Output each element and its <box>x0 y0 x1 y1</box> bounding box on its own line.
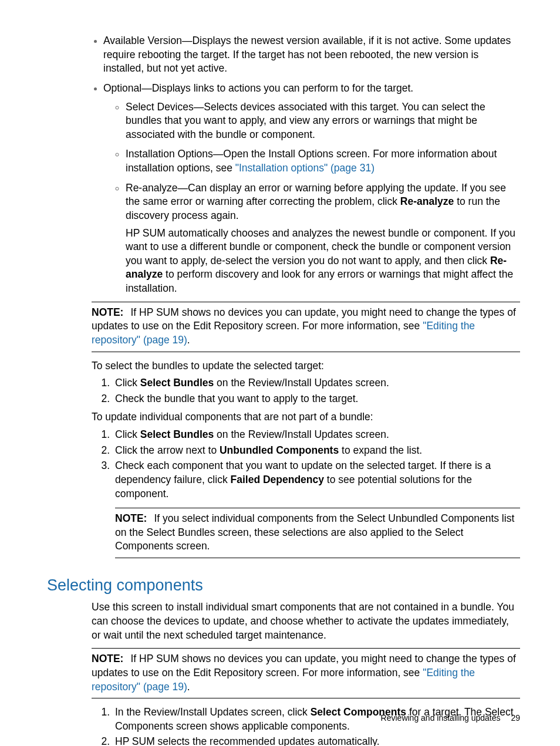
text: Check the bundle that you want to apply … <box>115 393 358 404</box>
ordered-list-c: In the Review/Install Updates screen, cl… <box>92 706 520 746</box>
list-item: Click Select Bundles on the Review/Insta… <box>113 428 520 442</box>
text: HP SUM automatically chooses and analyze… <box>126 227 515 266</box>
list-item: Click Select Bundles on the Review/Insta… <box>113 376 520 390</box>
note-box-1: NOTE:If HP SUM shows no devices you can … <box>92 302 520 352</box>
text: . <box>187 681 190 693</box>
sub-reanalyze: Re-analyze—Can display an error or warni… <box>126 181 520 296</box>
text: Available Version—Displays the newest ve… <box>103 35 511 74</box>
list-item: Check the bundle that you want to apply … <box>113 392 520 406</box>
bold-select-bundles: Select Bundles <box>140 377 214 389</box>
body-column: Available Version—Displays the newest ve… <box>92 34 520 746</box>
note-label: NOTE: <box>115 512 147 524</box>
bullet-available-version: Available Version—Displays the newest ve… <box>103 34 520 76</box>
bold-unbundled-components: Unbundled Components <box>220 444 339 456</box>
list-item: Check each component that you want to up… <box>113 459 520 558</box>
text: In the Review/Install Updates screen, cl… <box>115 706 311 718</box>
text: If you select individual components from… <box>115 512 514 552</box>
link-installation-options[interactable]: "Installation options" (page 31) <box>235 162 375 174</box>
para-selecting-components: Use this screen to install individual sm… <box>92 600 520 642</box>
text: to expand the list. <box>339 444 422 456</box>
text: . <box>187 334 190 346</box>
text: Click <box>115 428 140 440</box>
text: Click <box>115 377 140 389</box>
text: Select Devices—Selects devices associate… <box>126 101 485 140</box>
bold-select-bundles: Select Bundles <box>140 428 214 440</box>
top-bullet-list: Available Version—Displays the newest ve… <box>92 34 520 296</box>
para-select-bundles-intro: To select the bundles to update the sele… <box>92 359 520 373</box>
optional-sublist: Select Devices—Selects devices associate… <box>103 100 520 296</box>
footer-text: Reviewing and installing updates <box>381 713 501 723</box>
note-box-2: NOTE:If you select individual components… <box>115 508 520 558</box>
text: on the Review/Install Updates screen. <box>214 428 389 440</box>
bullet-optional: Optional—Displays links to actions you c… <box>103 82 520 296</box>
list-item: Click the arrow next to Unbundled Compon… <box>113 444 520 458</box>
heading-selecting-components: Selecting components <box>47 575 520 596</box>
text: Click the arrow next to <box>115 444 220 456</box>
bold-reanalyze: Re-analyze <box>400 195 454 207</box>
note-label: NOTE: <box>92 306 123 318</box>
text: to perform discovery and look for any er… <box>126 268 513 294</box>
ordered-list-b: Click Select Bundles on the Review/Insta… <box>92 428 520 558</box>
note-label: NOTE: <box>92 653 123 664</box>
text: Optional—Displays links to actions you c… <box>103 82 413 94</box>
ordered-list-a: Click Select Bundles on the Review/Insta… <box>92 376 520 406</box>
reanalyze-para-2: HP SUM automatically chooses and analyze… <box>126 227 520 296</box>
text: HP SUM selects the recommended updates a… <box>115 735 380 746</box>
page-footer: Reviewing and installing updates 29 <box>381 713 520 724</box>
list-item: HP SUM selects the recommended updates a… <box>113 735 520 746</box>
text: on the Review/Install Updates screen. <box>214 377 389 389</box>
sub-installation-options: Installation Options—Open the Install Op… <box>126 147 520 175</box>
page-number: 29 <box>511 713 520 723</box>
bold-failed-dependency: Failed Dependency <box>231 474 325 485</box>
sub-select-devices: Select Devices—Selects devices associate… <box>126 100 520 142</box>
para-update-individual-intro: To update individual components that are… <box>92 410 520 424</box>
note-box-3: NOTE:If HP SUM shows no devices you can … <box>92 648 520 698</box>
document-page: Available Version—Displays the newest ve… <box>0 0 560 746</box>
